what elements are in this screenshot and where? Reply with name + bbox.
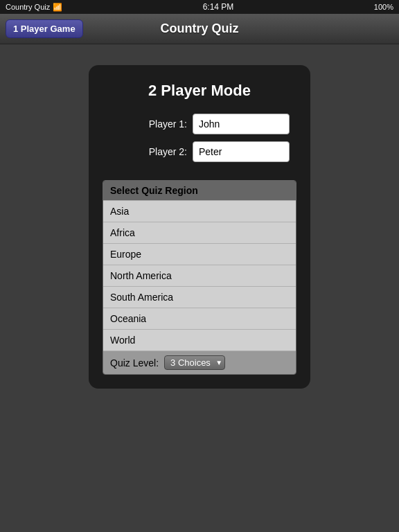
list-item[interactable]: Africa (103, 222, 296, 243)
status-bar: Country Quiz 📶 6:14 PM 100% (0, 0, 399, 14)
region-list: Select Quiz Region Asia Africa Europe No… (103, 180, 296, 375)
quiz-level-select[interactable]: 3 Choices 4 Choices 5 Choices (164, 355, 225, 370)
back-button[interactable]: 1 Player Game (6, 19, 83, 38)
player2-row: Player 2: (103, 141, 296, 162)
main-content: 2 Player Mode Player 1: Player 2: Select… (0, 44, 399, 532)
list-item[interactable]: South America (103, 286, 296, 308)
battery-indicator: 100% (374, 3, 393, 11)
player1-input[interactable] (193, 114, 290, 134)
card: 2 Player Mode Player 1: Player 2: Select… (89, 65, 310, 389)
quiz-level-row: Quiz Level: 3 Choices 4 Choices 5 Choice… (103, 351, 296, 374)
nav-title: Country Quiz (161, 21, 239, 36)
list-item[interactable]: North America (103, 265, 296, 286)
nav-bar: 1 Player Game Country Quiz (0, 14, 399, 44)
card-title: 2 Player Mode (148, 82, 251, 100)
list-item[interactable]: World (103, 329, 296, 351)
status-time: 6:14 PM (203, 2, 234, 12)
wifi-icon: 📶 (53, 3, 62, 12)
player1-label: Player 1: (145, 118, 187, 130)
player2-input[interactable] (193, 141, 290, 162)
quiz-level-select-wrapper: 3 Choices 4 Choices 5 Choices (164, 355, 225, 370)
player2-label: Player 2: (145, 146, 187, 157)
app-name-status: Country Quiz (6, 3, 50, 11)
list-item[interactable]: Europe (103, 243, 296, 265)
list-item[interactable]: Asia (103, 200, 296, 222)
status-left: Country Quiz 📶 (6, 3, 62, 12)
region-header: Select Quiz Region (103, 181, 296, 200)
list-item[interactable]: Oceania (103, 308, 296, 329)
quiz-level-label: Quiz Level: (110, 357, 159, 369)
player1-row: Player 1: (103, 114, 296, 134)
